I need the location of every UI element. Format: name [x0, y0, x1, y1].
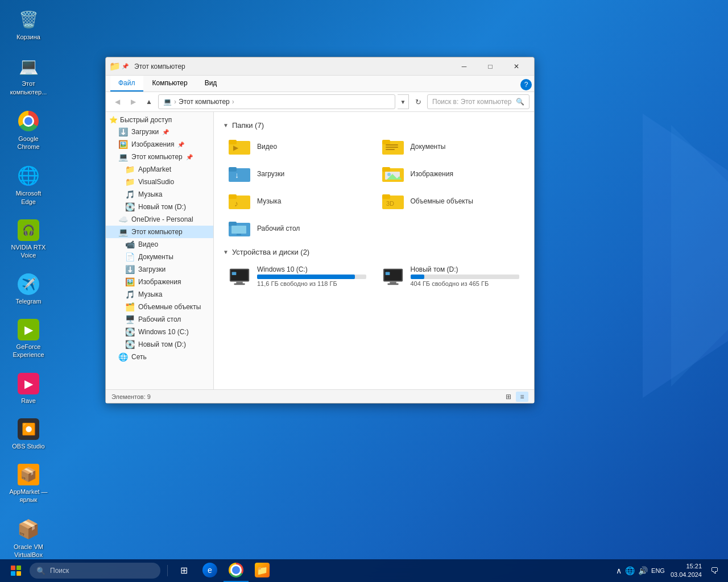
taskbar-chrome[interactable]	[224, 559, 249, 582]
sidebar-item-music-sub[interactable]: 🎵 Музыка	[106, 188, 213, 201]
desktop-icon-chrome[interactable]: Google Chrome	[6, 107, 51, 153]
forward-button[interactable]: ▶	[126, 95, 140, 109]
close-button[interactable]: ✕	[503, 57, 530, 76]
drive-c[interactable]: Windows 10 (C:) 11,6 ГБ свободно из 118 …	[223, 261, 372, 292]
address-dropdown[interactable]: ▼	[398, 94, 409, 109]
windows-logo	[11, 566, 21, 576]
svg-text:↓: ↓	[235, 171, 239, 180]
sidebar-item-docs[interactable]: 📄 Документы	[106, 251, 213, 263]
minimize-button[interactable]: ─	[451, 57, 477, 76]
folders-section-header[interactable]: ▼ Папки (7)	[223, 121, 525, 130]
folder-images[interactable]: Изображения	[377, 161, 526, 186]
taskbar-explorer[interactable]: 📁	[250, 559, 275, 582]
address-path[interactable]: 💻 › Этот компьютер ›	[158, 94, 395, 109]
folder-desktop-name: Рабочий стол	[257, 225, 300, 232]
drives-section-header[interactable]: ▼ Устройства и диски (2)	[223, 248, 525, 256]
folder-documents-name: Документы	[411, 143, 446, 151]
sidebar-item-onedrive[interactable]: ☁️ OneDrive - Personal	[106, 213, 213, 226]
sidebar-item-appmarket[interactable]: 📁 AppMarket	[106, 163, 213, 176]
system-clock[interactable]: 15:21 03.04.2024	[667, 562, 705, 580]
back-button[interactable]: ◀	[110, 95, 124, 109]
show-hidden-icon[interactable]: ∧	[616, 566, 622, 575]
svg-point-17	[387, 173, 391, 176]
taskbar: 🔍 Поиск ⊞ e 📁 ∧ 🌐 🔊 ENG 15:	[0, 559, 728, 582]
start-button[interactable]	[2, 559, 30, 582]
nvidia-icon: 🎧	[18, 219, 39, 241]
sidebar-item-new-vol-d[interactable]: 💽 Новый том (D:)	[106, 201, 213, 213]
items-count: Элементов: 9	[111, 393, 151, 400]
folder-music[interactable]: ♪ Музыка	[223, 189, 372, 214]
taskbar-edge[interactable]: e	[197, 559, 222, 582]
pin-icon2: 📌	[177, 142, 184, 148]
folder-desktop[interactable]: Рабочий стол	[223, 216, 372, 241]
desktop-icon-this-pc[interactable]: 💻 Этот компьютер...	[6, 52, 51, 98]
docs-icon: 📄	[125, 252, 135, 261]
sidebar-item-thispc-main[interactable]: 💻 Этот компьютер	[106, 226, 213, 238]
maximize-button[interactable]: □	[477, 57, 503, 76]
desktop-icon-appmarket[interactable]: 📦 AppMarket — ярлык	[6, 462, 51, 506]
chrome-label: Google Chrome	[8, 135, 49, 151]
title-bar-text: Этот компьютер	[134, 63, 451, 70]
ribbon: Файл Компьютер Вид ?	[106, 76, 534, 92]
edge-icon: 🌐	[17, 164, 40, 187]
volume-icon[interactable]: 🔊	[638, 566, 648, 575]
taskbar-search[interactable]: 🔍 Поиск	[30, 563, 160, 579]
taskbar-task-view[interactable]: ⊞	[171, 559, 196, 582]
sidebar-item-music2[interactable]: 🎵 Музыка	[106, 288, 213, 301]
up-button[interactable]: ▲	[142, 95, 156, 109]
tab-file[interactable]: Файл	[110, 76, 143, 92]
desktop-icon-nvidia[interactable]: 🎧 NVIDIA RTX Voice	[6, 217, 51, 262]
sidebar-item-visualsudio[interactable]: 📁 VisualSudio	[106, 176, 213, 188]
folder-downloads[interactable]: ↓ Загрузки	[223, 161, 372, 186]
d-drive-label: Новый том (D:)	[138, 340, 186, 348]
docs-label: Документы	[138, 253, 173, 261]
chevron-down-icon2: ▼	[223, 249, 229, 255]
sidebar-item-images[interactable]: 🖼️ Изображения 📌	[106, 138, 213, 151]
desktop-icon-obs[interactable]: ⏺️ OBS Studio	[6, 416, 51, 452]
appmarket-sidebar-icon: 📁	[125, 165, 135, 174]
appmarket-label: AppMarket — ярлык	[8, 488, 49, 504]
folder-video-icon: ▶	[229, 138, 251, 156]
drive-d[interactable]: Новый том (D:) 404 ГБ свободно из 465 ГБ	[377, 261, 526, 292]
folder-documents[interactable]: Документы	[377, 134, 526, 159]
refresh-button[interactable]: ↻	[411, 95, 425, 109]
sidebar-item-downloads2[interactable]: ⬇️ Загрузки	[106, 263, 213, 276]
folder-video[interactable]: ▶ Видео	[223, 134, 372, 159]
sidebar-item-c-drive[interactable]: 💽 Windows 10 (C:)	[106, 326, 213, 338]
appmarket-icon: 📦	[18, 464, 39, 485]
desktop-icon-recycle-bin[interactable]: 🗑️ Корзина	[6, 6, 51, 43]
help-button[interactable]: ?	[520, 79, 532, 90]
sidebar-item-d-drive[interactable]: 💽 Новый том (D:)	[106, 338, 213, 351]
language-label[interactable]: ENG	[651, 567, 665, 574]
search-box[interactable]: Поиск в: Этот компьютер 🔍	[427, 94, 530, 109]
drive-c-name: Windows 10 (C:)	[257, 265, 366, 273]
svg-rect-10	[386, 149, 395, 150]
desktop-icon-rave[interactable]: ▶ Rave	[6, 371, 51, 407]
tab-computer[interactable]: Компьютер	[144, 76, 196, 92]
folder-3d[interactable]: 3D Объемные объекты	[377, 189, 526, 214]
desktop-icon-virtualbox[interactable]: 📦 Oracle VM VirtualBox	[6, 516, 51, 562]
sidebar-item-thispc-sub[interactable]: 💻 Этот компьютер 📌	[106, 151, 213, 163]
desktop-icon-telegram[interactable]: ✈️ Telegram	[6, 271, 51, 307]
sidebar-item-network[interactable]: 🌐 Сеть	[106, 351, 213, 363]
sidebar-item-desktop[interactable]: 🖥️ Рабочий стол	[106, 313, 213, 326]
virtualbox-label: Oracle VM VirtualBox	[8, 543, 49, 559]
taskbar-separator	[167, 565, 168, 576]
sidebar-item-images2[interactable]: 🖼️ Изображения	[106, 276, 213, 288]
desktop-icon-geforce[interactable]: ▶ GeForce Experience	[6, 317, 51, 361]
svg-rect-33	[232, 272, 237, 275]
desktop-icon-edge[interactable]: 🌐 Microsoft Edge	[6, 162, 51, 208]
downloads2-label: Загрузки	[138, 265, 166, 273]
tab-view[interactable]: Вид	[197, 76, 225, 92]
network-tray-icon[interactable]: 🌐	[625, 566, 635, 575]
sidebar-item-downloads[interactable]: ⬇️ Загрузки 📌	[106, 126, 213, 138]
view-buttons: ⊞ ≡	[502, 392, 528, 402]
sidebar-item-video[interactable]: 📹 Видео	[106, 238, 213, 251]
sidebar-item-3d[interactable]: 🗂️ Объемные объекты	[106, 301, 213, 313]
grid-view-button[interactable]: ⊞	[502, 392, 515, 402]
notification-button[interactable]: 🗨	[708, 559, 721, 582]
list-view-button[interactable]: ≡	[516, 392, 528, 402]
quick-access-header[interactable]: ⭐ Быстрый доступ	[106, 114, 213, 126]
images2-icon: 🖼️	[125, 277, 135, 286]
system-tray: ∧ 🌐 🔊 ENG	[616, 566, 665, 575]
